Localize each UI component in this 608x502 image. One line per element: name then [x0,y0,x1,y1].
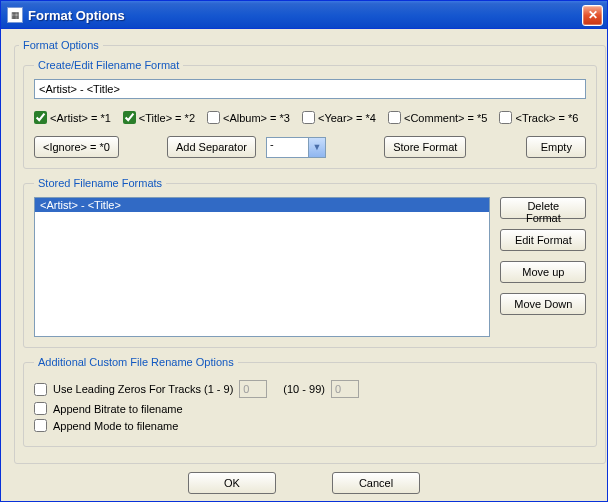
format-options-group: Format Options Create/Edit Filename Form… [14,39,606,464]
ok-button[interactable]: OK [188,472,276,494]
title-check-label[interactable]: <Title> = *2 [123,111,195,124]
empty-button[interactable]: Empty [526,136,586,158]
append-mode-label: Append Mode to filename [53,420,178,432]
leading-zeros-checkbox[interactable] [34,383,47,396]
separator-value: - [270,138,274,150]
leading-zeros-val1 [239,380,267,398]
album-label-text: <Album> = *3 [223,112,290,124]
track-checkbox[interactable] [499,111,512,124]
artist-label-text: <Artist> = *1 [50,112,111,124]
append-mode-checkbox[interactable] [34,419,47,432]
store-format-button[interactable]: Store Format [384,136,466,158]
artist-checkbox[interactable] [34,111,47,124]
additional-options-legend: Additional Custom File Rename Options [34,356,238,368]
edit-format-button[interactable]: Edit Format [500,229,586,251]
move-up-button[interactable]: Move up [500,261,586,283]
format-options-window: ▦ Format Options ✕ Format Options Create… [0,0,608,502]
append-bitrate-checkbox[interactable] [34,402,47,415]
close-button[interactable]: ✕ [582,5,603,26]
window-title: Format Options [28,8,582,23]
track-label-text: <Track> = *6 [515,112,578,124]
stored-formats-group: Stored Filename Formats <Artist> - <Titl… [23,177,597,348]
leading-zeros-val2 [331,380,359,398]
title-checkbox[interactable] [123,111,136,124]
artist-check-label[interactable]: <Artist> = *1 [34,111,111,124]
comment-check-label[interactable]: <Comment> = *5 [388,111,487,124]
leading-zeros-range2: (10 - 99) [283,383,325,395]
album-check-label[interactable]: <Album> = *3 [207,111,290,124]
cancel-button[interactable]: Cancel [332,472,420,494]
delete-format-button[interactable]: Delete Format [500,197,586,219]
titlebar: ▦ Format Options ✕ [1,1,607,29]
title-label-text: <Title> = *2 [139,112,195,124]
year-checkbox[interactable] [302,111,315,124]
create-edit-group: Create/Edit Filename Format <Artist> = *… [23,59,597,169]
comment-checkbox[interactable] [388,111,401,124]
additional-options-group: Additional Custom File Rename Options Us… [23,356,597,447]
stored-format-buttons: Delete Format Edit Format Move up Move D… [500,197,586,337]
add-separator-button[interactable]: Add Separator [167,136,256,158]
move-down-button[interactable]: Move Down [500,293,586,315]
create-edit-button-row: <Ignore> = *0 Add Separator - ▼ Store Fo… [34,136,586,158]
track-check-label[interactable]: <Track> = *6 [499,111,578,124]
year-check-label[interactable]: <Year> = *4 [302,111,376,124]
create-edit-legend: Create/Edit Filename Format [34,59,183,71]
append-bitrate-label: Append Bitrate to filename [53,403,183,415]
year-label-text: <Year> = *4 [318,112,376,124]
chevron-down-icon: ▼ [308,138,325,157]
comment-label-text: <Comment> = *5 [404,112,487,124]
stored-format-item[interactable]: <Artist> - <Title> [35,198,489,212]
format-options-legend: Format Options [19,39,103,51]
leading-zeros-label: Use Leading Zeros For Tracks (1 - 9) [53,383,233,395]
stored-formats-legend: Stored Filename Formats [34,177,166,189]
ignore-button[interactable]: <Ignore> = *0 [34,136,119,158]
token-checkbox-row: <Artist> = *1 <Title> = *2 <Album> = *3 … [34,111,586,124]
filename-format-input[interactable] [34,79,586,99]
separator-select[interactable]: - ▼ [266,137,326,158]
album-checkbox[interactable] [207,111,220,124]
app-icon: ▦ [7,7,23,23]
stored-formats-list[interactable]: <Artist> - <Title> [34,197,490,337]
dialog-footer: OK Cancel [14,472,594,494]
client-area: Format Options Create/Edit Filename Form… [1,29,607,502]
